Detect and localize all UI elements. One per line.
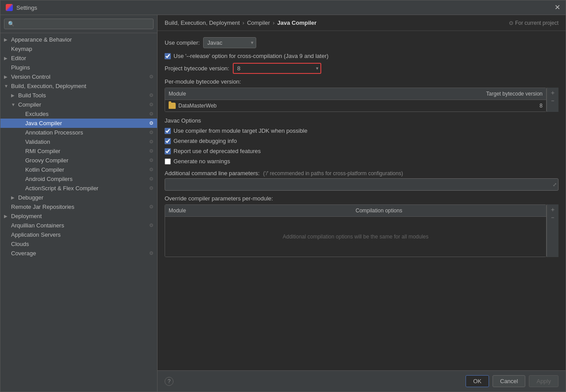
compiler-select[interactable]: Javac Eclipse Ajc Greclipse xyxy=(203,37,256,48)
sidebar-item-label: Arquillian Containers xyxy=(11,222,149,229)
sidebar-item-label: Remote Jar Repositories xyxy=(11,204,149,210)
sidebar-item-label: Deployment xyxy=(11,213,154,219)
additional-params-hint: ('/' recommended in paths for cross-plat… xyxy=(263,170,403,177)
add-override-button[interactable]: ＋ xyxy=(548,205,558,213)
sidebar-item-kotlin[interactable]: Kotlin Compiler ⚙ xyxy=(0,165,157,174)
arrow-icon: ▶ xyxy=(11,195,18,200)
config-icon: ⚙ xyxy=(149,111,154,117)
sidebar-item-annotation[interactable]: Annotation Processors ⚙ xyxy=(0,128,157,137)
override-side-actions: ＋ － xyxy=(547,204,558,257)
module-name: DataMasterWeb xyxy=(178,103,216,109)
help-button[interactable]: ? xyxy=(165,377,173,386)
override-table-wrapper: Module Compilation options Additional co… xyxy=(165,204,558,257)
opt-deprecated-label: Report use of deprecated features xyxy=(173,148,261,154)
override-table-body: Additional compilation options will be t… xyxy=(165,217,546,257)
folder-icon xyxy=(169,103,176,109)
sidebar-item-keymap[interactable]: Keymap xyxy=(0,44,157,54)
search-box xyxy=(0,15,157,33)
close-button[interactable]: ✕ xyxy=(554,4,560,11)
config-icon: ⚙ xyxy=(149,74,154,80)
override-empty-message: Additional compilation options will be t… xyxy=(283,234,429,240)
opt-deprecated-checkbox[interactable] xyxy=(165,148,171,154)
config-icon: ⚙ xyxy=(149,176,154,182)
config-icon: ⚙ xyxy=(149,204,154,210)
sidebar-item-debugger[interactable]: ▶ Debugger xyxy=(0,193,157,202)
sidebar-item-version-control[interactable]: ▶ Version Control ⚙ xyxy=(0,72,157,81)
sidebar-item-build-execution[interactable]: ▼ Build, Execution, Deployment xyxy=(0,81,157,91)
breadcrumb: Build, Execution, Deployment › Compiler … xyxy=(158,15,566,31)
sidebar-item-validation[interactable]: Validation ⚙ xyxy=(0,137,157,146)
sidebar-item-excludes[interactable]: Excludes ⚙ xyxy=(0,109,157,119)
expand-icon[interactable]: ⤢ xyxy=(553,182,557,188)
override-section: Override compiler parameters per-module:… xyxy=(165,195,558,257)
config-icon: ⚙ xyxy=(149,148,154,154)
sidebar-item-plugins[interactable]: Plugins xyxy=(0,63,157,72)
breadcrumb-part1: Build, Execution, Deployment xyxy=(165,19,240,26)
sidebar-item-build-tools[interactable]: ▶ Build Tools ⚙ xyxy=(0,91,157,100)
opt-generate-debug-checkbox[interactable] xyxy=(165,138,171,144)
sidebar-item-label: Plugins xyxy=(11,64,154,71)
opt-use-compiler-row: Use compiler from module target JDK when… xyxy=(165,127,558,134)
ok-button[interactable]: OK xyxy=(466,375,489,387)
remove-override-button[interactable]: － xyxy=(548,213,558,221)
sidebar-item-label: Coverage xyxy=(11,250,149,257)
sidebar: ▶ Appearance & Behavior Keymap ▶ Editor … xyxy=(0,15,158,392)
search-input[interactable] xyxy=(4,19,154,29)
dialog-body: ▶ Appearance & Behavior Keymap ▶ Editor … xyxy=(0,15,566,392)
sidebar-item-editor[interactable]: ▶ Editor xyxy=(0,54,157,63)
sidebar-item-label: Appearance & Behavior xyxy=(11,36,154,43)
sidebar-item-label: Application Servers xyxy=(11,231,154,238)
sidebar-item-groovy[interactable]: Groovy Compiler ⚙ xyxy=(0,156,157,165)
override-col2: Compilation options xyxy=(356,208,543,214)
sidebar-item-rmi[interactable]: RMI Compiler ⚙ xyxy=(0,146,157,156)
javac-options-title: Javac Options xyxy=(165,117,558,124)
sidebar-item-label: Annotation Processors xyxy=(25,129,149,136)
config-icon: ⚙ xyxy=(149,130,154,135)
opt-debug-row: Generate debugging info xyxy=(165,138,558,144)
sidebar-item-coverage[interactable]: Coverage ⚙ xyxy=(0,249,157,258)
sidebar-item-appearance[interactable]: ▶ Appearance & Behavior xyxy=(0,35,157,44)
sidebar-item-actionscript[interactable]: ActionScript & Flex Compiler ⚙ xyxy=(0,184,157,193)
module-version: 8 xyxy=(463,103,543,109)
remove-module-button[interactable]: － xyxy=(548,96,558,104)
opt-generate-debug-label: Generate debugging info xyxy=(173,138,237,144)
add-module-button[interactable]: ＋ xyxy=(548,88,558,96)
config-icon: ⚙ xyxy=(149,139,154,145)
opt-no-warnings-row: Generate no warnings xyxy=(165,158,558,165)
sidebar-item-deployment[interactable]: ▶ Deployment xyxy=(0,211,157,221)
sidebar-item-label: Editor xyxy=(11,55,154,61)
opt-use-compiler-checkbox[interactable] xyxy=(165,128,171,134)
sidebar-item-label: Keymap xyxy=(11,46,154,52)
table-row[interactable]: DataMasterWeb 8 xyxy=(165,100,546,111)
sidebar-item-label: Build Tools xyxy=(18,92,149,99)
config-icon: ⚙ xyxy=(149,120,154,126)
additional-params-input[interactable] xyxy=(165,178,558,191)
config-icon: ⚙ xyxy=(149,185,154,191)
sidebar-item-app-servers[interactable]: Application Servers xyxy=(0,230,157,239)
release-option-checkbox[interactable] xyxy=(165,53,171,59)
sidebar-item-label: Groovy Compiler xyxy=(25,157,149,164)
bytecode-version-row: Project bytecode version: 8 11 17 xyxy=(165,63,558,74)
content-area: Use compiler: Javac Eclipse Ajc Greclips… xyxy=(158,31,566,370)
sidebar-item-label: RMI Compiler xyxy=(25,148,149,154)
sidebar-item-android[interactable]: Android Compilers ⚙ xyxy=(0,174,157,184)
sidebar-item-clouds[interactable]: Clouds xyxy=(0,239,157,249)
table-side-actions: ＋ － xyxy=(547,88,558,112)
release-option-row: Use '--release' option for cross-compila… xyxy=(165,53,558,59)
sidebar-item-arquillian[interactable]: Arquillian Containers ⚙ xyxy=(0,221,157,230)
config-icon: ⚙ xyxy=(149,92,154,98)
opt-no-warnings-checkbox[interactable] xyxy=(165,158,171,165)
sidebar-item-remote-jar[interactable]: Remote Jar Repositories ⚙ xyxy=(0,202,157,211)
module-table: Module Target bytecode version DataMaste… xyxy=(165,88,547,112)
title-bar: Settings ✕ xyxy=(0,0,566,15)
sidebar-item-java-compiler[interactable]: Java Compiler ⚙ xyxy=(0,119,157,128)
col-bytecode: Target bytecode version xyxy=(463,91,543,97)
per-module-label: Per-module bytecode version: xyxy=(165,78,558,85)
settings-dialog: Settings ✕ ▶ Appearance & Behavior Keyma… xyxy=(0,0,566,392)
opt-use-compiler-label: Use compiler from module target JDK when… xyxy=(173,127,308,134)
bytecode-version-select[interactable]: 8 11 17 xyxy=(233,63,321,74)
cancel-button[interactable]: Cancel xyxy=(493,375,525,387)
sidebar-item-compiler[interactable]: ▼ Compiler ⚙ xyxy=(0,100,157,109)
apply-button[interactable]: Apply xyxy=(529,375,558,387)
sidebar-item-label: Build, Execution, Deployment xyxy=(11,83,154,89)
